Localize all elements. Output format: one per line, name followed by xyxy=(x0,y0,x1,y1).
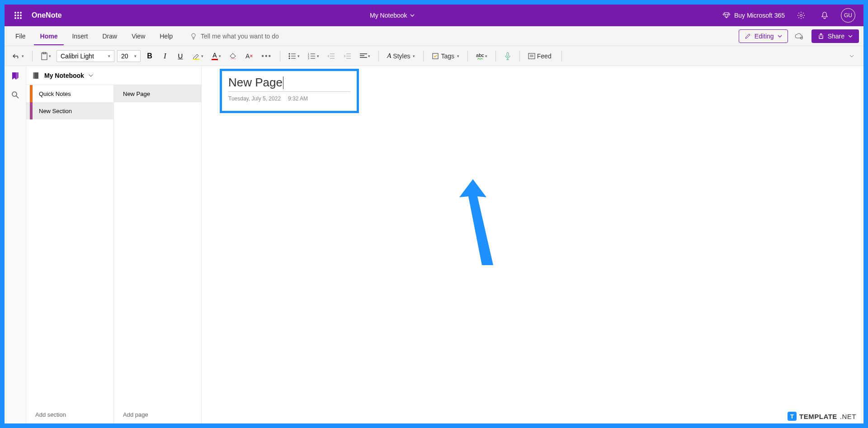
notebook-icon xyxy=(11,71,20,81)
sections-list: Quick Notes New Section Add section xyxy=(26,85,114,423)
editing-label: Editing xyxy=(755,33,774,40)
svg-rect-12 xyxy=(507,52,509,57)
svg-rect-4 xyxy=(193,59,199,60)
sync-status-button[interactable] xyxy=(794,33,803,40)
microphone-icon xyxy=(505,52,511,60)
section-item-quick-notes[interactable]: Quick Notes xyxy=(26,85,113,102)
gear-icon xyxy=(797,11,805,19)
highlight-button[interactable]: ▾ xyxy=(189,49,206,63)
notebook-name: My Notebook xyxy=(44,72,84,79)
styles-label: Styles xyxy=(391,52,412,60)
format-painter-button[interactable]: A✕ xyxy=(243,49,256,63)
bullets-icon xyxy=(288,53,297,59)
tell-me-search[interactable]: Tell me what you want to do xyxy=(190,33,737,40)
lightbulb-icon xyxy=(190,33,197,40)
pages-list: New Page Add page xyxy=(114,85,201,423)
decrease-indent-button[interactable] xyxy=(325,49,338,63)
feed-button[interactable]: Feed xyxy=(525,49,556,63)
user-avatar[interactable]: GU xyxy=(841,8,855,23)
bold-button[interactable]: B xyxy=(143,49,156,63)
spelling-button[interactable]: abc ▾ xyxy=(473,49,490,63)
font-size-select[interactable]: 20 ▾ xyxy=(117,50,141,62)
font-color-button[interactable]: A ▾ xyxy=(209,49,224,63)
align-left-icon xyxy=(360,53,367,59)
notebook-title-dropdown[interactable]: My Notebook xyxy=(62,12,722,19)
dictate-button[interactable] xyxy=(501,49,514,63)
notebook-panel: My Notebook Quick Notes New Section Add … xyxy=(26,66,202,423)
section-color-indicator xyxy=(30,102,33,119)
share-icon xyxy=(818,33,824,39)
svg-rect-16 xyxy=(33,72,34,79)
clear-formatting-button[interactable] xyxy=(226,49,240,63)
search-button[interactable] xyxy=(10,90,21,100)
chevron-down-icon xyxy=(848,35,853,38)
search-icon xyxy=(11,91,19,99)
editing-mode-button[interactable]: Editing xyxy=(739,29,788,43)
increase-indent-button[interactable] xyxy=(341,49,354,63)
section-color-indicator xyxy=(30,85,33,102)
font-family-select[interactable]: Calibri Light ▾ xyxy=(57,50,114,62)
numbered-list-button[interactable]: 123 ▾ xyxy=(305,49,322,63)
title-bar-right: Buy Microsoft 365 GU xyxy=(722,8,860,23)
styles-button[interactable]: A Styles ▾ xyxy=(384,49,418,63)
app-launcher-icon[interactable] xyxy=(11,8,25,23)
bullet-list-button[interactable]: ▾ xyxy=(286,49,302,63)
undo-button[interactable]: ▾ xyxy=(10,49,27,63)
tell-me-placeholder: Tell me what you want to do xyxy=(201,33,279,40)
watermark-brand-bold: TEMPLATE xyxy=(799,413,837,420)
navigation-toggle-button[interactable] xyxy=(10,71,21,81)
menu-bar: File Home Insert Draw View Help Tell me … xyxy=(5,26,863,46)
notebook-title-label: My Notebook xyxy=(370,12,407,19)
page-title-text: New Page xyxy=(228,76,283,90)
share-button[interactable]: Share xyxy=(811,29,859,43)
svg-point-5 xyxy=(289,53,290,54)
svg-marker-17 xyxy=(459,179,493,265)
bell-icon xyxy=(821,11,829,19)
buy-microsoft-365-link[interactable]: Buy Microsoft 365 xyxy=(722,11,785,19)
menu-file[interactable]: File xyxy=(9,30,32,43)
menu-help[interactable]: Help xyxy=(153,30,179,43)
ribbon-expand-button[interactable] xyxy=(845,49,858,63)
notifications-button[interactable] xyxy=(817,8,832,23)
undo-icon xyxy=(13,53,21,59)
menu-home[interactable]: Home xyxy=(34,30,64,45)
font-name-value: Calibri Light xyxy=(61,52,94,60)
content-area: My Notebook Quick Notes New Section Add … xyxy=(5,66,863,423)
page-date: Tuesday, July 5, 2022 xyxy=(228,95,281,102)
notebook-selector[interactable]: My Notebook xyxy=(26,66,201,85)
underline-button[interactable]: U xyxy=(174,49,187,63)
chevron-down-icon xyxy=(778,35,782,38)
more-formatting-button[interactable]: ••• xyxy=(259,49,274,63)
chevron-down-icon xyxy=(89,74,93,77)
section-label: Quick Notes xyxy=(39,90,71,97)
svg-point-7 xyxy=(289,57,290,59)
settings-button[interactable] xyxy=(794,8,808,23)
svg-point-14 xyxy=(12,92,17,96)
page-canvas[interactable]: New Page Tuesday, July 5, 2022 9:32 AM T… xyxy=(202,66,863,423)
menu-draw[interactable]: Draw xyxy=(96,30,123,43)
italic-button[interactable]: I xyxy=(159,49,171,63)
annotation-arrow xyxy=(459,179,505,270)
svg-point-0 xyxy=(800,14,802,17)
highlighter-icon xyxy=(192,52,200,60)
diamond-icon xyxy=(722,11,731,19)
align-button[interactable]: ▾ xyxy=(357,49,373,63)
menu-insert[interactable]: Insert xyxy=(66,30,94,43)
page-title-input[interactable]: New Page xyxy=(228,76,350,92)
add-page-button[interactable]: Add page xyxy=(114,406,201,423)
tags-button[interactable]: Tags ▾ xyxy=(429,49,462,63)
title-bar: OneNote My Notebook Buy Microsoft 365 GU xyxy=(5,5,863,26)
chevron-down-icon xyxy=(849,55,854,57)
section-item-new-section[interactable]: New Section xyxy=(26,102,113,119)
add-section-button[interactable]: Add section xyxy=(26,406,113,423)
paste-button[interactable]: ▾ xyxy=(38,49,54,63)
cloud-icon xyxy=(794,33,803,40)
numbering-icon: 123 xyxy=(308,53,316,59)
menu-view[interactable]: View xyxy=(125,30,151,43)
svg-text:3: 3 xyxy=(308,57,309,59)
page-item-new-page[interactable]: New Page xyxy=(114,85,201,102)
watermark-badge-icon: T xyxy=(788,412,797,421)
notebook-small-icon xyxy=(32,71,40,80)
font-size-value: 20 xyxy=(121,52,128,60)
chevron-down-icon xyxy=(410,14,415,17)
